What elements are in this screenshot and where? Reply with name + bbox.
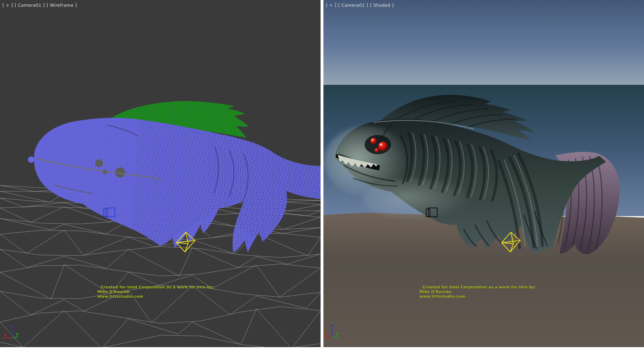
fish-eye (370, 138, 377, 144)
viewport-shaded[interactable]: [ + ] [ Camera01 ] [ Shaded ] (323, 0, 644, 347)
fish-eye (378, 142, 387, 151)
viewport-label-bar: [ + ] [ Camera01 ] [ Wireframe ] (3, 3, 77, 8)
sky (323, 0, 644, 85)
axis-z-label: z (331, 323, 333, 328)
window-edge (0, 347, 644, 350)
axis-x-label: x (325, 332, 328, 337)
axis-y-label: y (336, 331, 339, 336)
dual-viewport-workspace: [ + ] [ Camera01 ] [ Wireframe ] (0, 0, 644, 350)
viewport-camera-menu[interactable]: [ Camera01 ] (338, 3, 368, 8)
credit-text: Created for Intel Corporation as a work … (97, 285, 214, 299)
credit-text: Created for Intel Corporation as a work … (419, 285, 536, 299)
viewport-label-bar: [ + ] [ Camera01 ] [ Shaded ] (326, 3, 394, 8)
viewport-shading-menu[interactable]: [ Wireframe ] (47, 3, 77, 8)
viewport-splitter[interactable] (321, 0, 323, 347)
viewport-menu-button[interactable]: [ + ] (326, 3, 336, 8)
axis-y-label: y (16, 331, 19, 336)
viewport-shading-menu[interactable]: [ Shaded ] (370, 3, 394, 8)
viewport-camera-menu[interactable]: [ Camera01 ] (15, 3, 45, 8)
viewport-wireframe[interactable]: [ + ] [ Camera01 ] [ Wireframe ] (0, 0, 321, 347)
viewport-menu-button[interactable]: [ + ] (3, 3, 13, 8)
fish-eye (375, 148, 379, 152)
fish-eye-spot (95, 159, 103, 167)
axis-z-label: z (10, 323, 13, 328)
axis-x-label: x (4, 332, 7, 337)
